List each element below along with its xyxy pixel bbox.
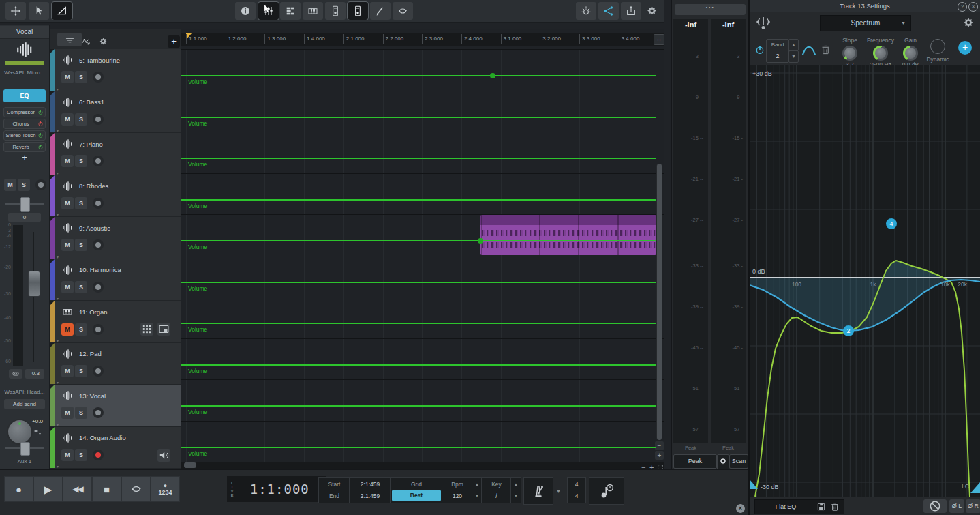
end-value[interactable]: 2:1:459 (350, 492, 391, 499)
track-color-strip[interactable] (50, 91, 55, 133)
edit-tool-button[interactable] (370, 2, 391, 20)
close-icon[interactable]: × (968, 2, 978, 12)
preset-selector[interactable]: Flat EQ (754, 499, 844, 514)
export-button[interactable] (621, 2, 641, 20)
band-up-button[interactable]: ▲ (788, 39, 799, 51)
track-lanes[interactable]: VolumeVolumeVolumeVolumeVolumeVolumeVolu… (181, 29, 664, 469)
aux-gain-value[interactable]: +0.0 (27, 418, 48, 427)
automation-point[interactable] (478, 238, 483, 244)
time-signature[interactable]: 4 4 (567, 477, 586, 503)
solo-button[interactable]: S (75, 281, 87, 293)
phase-left-button[interactable]: Ø L (949, 499, 964, 513)
start-end-values[interactable]: 2:1:459 2:1:459 (349, 477, 391, 503)
grid-icon[interactable] (140, 323, 153, 336)
track-color-strip[interactable] (50, 175, 55, 217)
plugin-slot[interactable]: Compressor (3, 107, 46, 117)
delete-preset-icon[interactable] (830, 502, 840, 512)
scan-button[interactable]: Scan (729, 454, 748, 469)
track-row[interactable]: 5: TambourineMS (50, 49, 181, 91)
power-icon[interactable] (37, 121, 44, 127)
audio-clip[interactable] (480, 215, 656, 255)
virtual-keyboard-button[interactable] (303, 2, 323, 20)
power-icon[interactable] (37, 144, 44, 150)
mute-button[interactable]: M (61, 365, 74, 377)
filter-tracks-button[interactable] (57, 33, 82, 46)
volume-automation-line[interactable] (181, 117, 656, 118)
track-color-strip[interactable] (50, 343, 55, 385)
band-selector[interactable]: Band 2 (766, 39, 789, 63)
mute-button[interactable]: M (4, 179, 16, 191)
record-arm-button[interactable] (35, 179, 46, 190)
analyser-mode-dropdown[interactable]: Spectrum (820, 15, 911, 31)
track-row[interactable]: 8: RhodesMS (50, 175, 181, 218)
time-display[interactable]: LIVE 1:1:000 (227, 476, 326, 502)
plugin-slot[interactable]: Reverb (3, 142, 46, 152)
track-row[interactable]: 14: Organ AudioMS (50, 427, 181, 469)
settings-gear-icon[interactable] (646, 5, 658, 16)
track-row[interactable]: 13: VocalMS (50, 385, 181, 427)
mute-button[interactable]: M (61, 197, 74, 209)
rack-view-button[interactable] (325, 2, 346, 20)
band-down-button[interactable]: ▼ (788, 50, 799, 63)
track-color-strip[interactable] (50, 259, 55, 301)
record-arm-button[interactable] (93, 156, 104, 166)
track-color-strip[interactable] (50, 427, 55, 469)
record-arm-button[interactable] (93, 72, 104, 83)
mute-button[interactable]: M (61, 449, 74, 461)
solo-button[interactable]: S (75, 155, 87, 167)
track-name[interactable]: 6: Bass1 (79, 98, 104, 106)
track-color-strip[interactable] (50, 301, 55, 342)
dynamic-knob[interactable] (930, 39, 945, 54)
arrangement-area[interactable]: VolumeVolumeVolumeVolumeVolumeVolumeVolu… (181, 29, 664, 469)
bpm-up[interactable]: ▲ (472, 482, 482, 486)
aux-name-label[interactable]: Aux 1 (0, 458, 49, 465)
key-cell[interactable]: Key / (481, 477, 512, 503)
solo-button[interactable]: S (75, 113, 87, 126)
rack-view-2-button[interactable] (348, 2, 368, 20)
track-row[interactable]: 12: PadMS (50, 343, 181, 385)
track-row[interactable]: 10: HarmonicaMS (50, 259, 181, 301)
solo-button[interactable]: S (75, 239, 87, 251)
fader-handle[interactable] (28, 271, 40, 297)
time-sig-top[interactable]: 4 (568, 481, 585, 488)
track-name[interactable]: 11: Organ (79, 308, 108, 316)
solo-button[interactable]: S (75, 407, 87, 419)
slope-knob[interactable] (842, 46, 857, 61)
solo-button[interactable]: S (18, 179, 30, 191)
peak-mode-button[interactable]: Peak (673, 454, 717, 469)
frequency-knob[interactable] (873, 46, 888, 61)
track-row[interactable]: 11: OrganMS (50, 301, 181, 343)
timeline-ruler[interactable]: 1.1:0001.2:0001.3:0001.4:0002.1:0002.2:0… (181, 33, 664, 46)
record-arm-button[interactable] (93, 450, 104, 460)
track-name[interactable]: 12: Pad (79, 350, 102, 357)
output-device-label[interactable]: WasAPI: Head... (0, 389, 49, 395)
vertical-scrollbar-thumb[interactable] (657, 164, 662, 440)
horizontal-scrollbar[interactable] (181, 462, 664, 469)
info-button[interactable] (235, 2, 256, 20)
record-arm-button[interactable] (93, 198, 104, 209)
plugin-slot[interactable]: Stereo Touch (3, 130, 46, 141)
volume-automation-line[interactable] (181, 405, 656, 407)
time-sig-bottom[interactable]: 4 (568, 492, 585, 499)
solo-button[interactable]: S (75, 323, 87, 336)
track-name[interactable]: 13: Vocal (79, 392, 106, 400)
metronome-button[interactable] (523, 477, 553, 505)
volume-automation-line[interactable] (181, 158, 656, 159)
key-value[interactable]: / (482, 492, 511, 499)
save-preset-icon[interactable] (816, 502, 826, 512)
horizontal-scrollbar-thumb[interactable] (184, 462, 196, 468)
meter-menu-button[interactable]: ··· (675, 4, 746, 15)
pan-value[interactable]: 0 (8, 213, 41, 222)
mute-button[interactable]: M (61, 281, 74, 293)
track-name[interactable]: 14: Organ Audio (79, 434, 126, 441)
clip-launcher-button[interactable] (280, 2, 301, 20)
solo-button[interactable]: S (75, 365, 87, 377)
grid-cell[interactable]: Grid Beat (390, 477, 443, 503)
preset-name[interactable]: Flat EQ (755, 503, 816, 510)
automation-icon[interactable] (80, 37, 91, 46)
playhead-position[interactable]: 1:1:000 (234, 482, 326, 497)
loop-button[interactable] (122, 477, 150, 501)
eq-plugin-button[interactable]: EQ (3, 89, 46, 102)
power-icon[interactable] (37, 109, 44, 115)
window-icon[interactable] (157, 323, 170, 336)
